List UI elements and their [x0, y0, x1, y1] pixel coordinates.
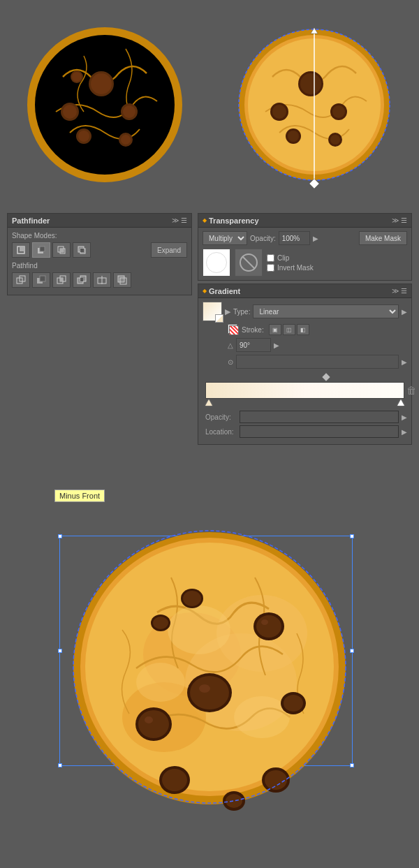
stroke-btn2[interactable]: ◫ — [283, 324, 295, 335]
gradient-bar[interactable]: 🗑 — [205, 382, 404, 399]
opacity-arrow-icon[interactable]: ▶ — [313, 235, 318, 242]
aspect-arrow-icon[interactable]: ▶ — [402, 358, 407, 366]
top-section — [0, 0, 419, 209]
svg-rect-38 — [60, 249, 64, 252]
svg-point-65 — [168, 605, 230, 654]
pathfinder-panel-header: Pathfinder ≫ ☰ — [8, 214, 191, 228]
type-label: Type: — [233, 308, 250, 316]
opacity-input[interactable] — [279, 231, 310, 245]
pf-exclude2-btn[interactable] — [73, 272, 91, 288]
gradient-swatch-small — [215, 314, 223, 323]
gradient-opacity-label: Opacity: — [205, 413, 237, 421]
gradient-title: Gradient — [209, 287, 240, 295]
svg-point-72 — [256, 615, 281, 638]
svg-point-84 — [284, 695, 303, 712]
gradient-body: ▶ Type: Linear ▶ Stroke: ▣ — [198, 298, 411, 444]
invert-mask-checkbox[interactable] — [267, 264, 274, 272]
stroke-btn3[interactable]: ◧ — [297, 324, 309, 335]
double-arrow-icon: ≫ — [172, 216, 179, 224]
gradient-panel: ◆ Gradient ≫ ☰ ▶ Type: — [198, 284, 412, 445]
svg-rect-51 — [80, 278, 83, 281]
pathfinder-body: Shape Modes: Expand — [8, 228, 191, 295]
svg-point-4 — [91, 73, 112, 94]
svg-point-25 — [288, 131, 299, 142]
gradient-delete-icon[interactable]: 🗑 — [406, 385, 416, 396]
clip-label: Clip — [277, 254, 289, 262]
svg-point-21 — [272, 105, 286, 119]
transparency-double-arrow-icon: ≫ — [392, 216, 399, 224]
pf-minus-front-btn[interactable] — [32, 272, 50, 288]
pathfinder-panel-col: Pathfinder ≫ ☰ Shape Modes: — [7, 213, 192, 445]
svg-rect-35 — [40, 247, 45, 251]
pf-trim-btn[interactable] — [113, 272, 131, 288]
blend-mode-dropdown[interactable]: Multiply — [203, 231, 247, 245]
aspect-icon: ⊙ — [228, 358, 233, 366]
pf-unite-btn[interactable] — [12, 272, 30, 288]
stroke-label: Stroke: — [242, 326, 266, 334]
gradient-row4: ⊙ ▶ — [203, 355, 407, 369]
gradient-location-arrow-icon[interactable]: ▶ — [402, 428, 407, 436]
pathfinder-panel: Pathfinder ≫ ☰ Shape Modes: — [7, 213, 192, 295]
transparency-header-icons: ≫ ☰ — [392, 216, 407, 224]
gradient-stop-left[interactable] — [205, 399, 212, 406]
add-btn[interactable] — [12, 242, 30, 258]
gradient-menu-icon: ☰ — [401, 287, 407, 295]
pf-intersect-btn[interactable] — [52, 272, 71, 288]
invert-mask-checkbox-row: Invert Mask — [267, 264, 314, 272]
svg-point-6 — [63, 105, 77, 119]
svg-point-10 — [78, 131, 89, 142]
transparency-menu-icon: ☰ — [401, 216, 407, 224]
bottom-section — [0, 482, 419, 868]
gradient-opacity-arrow-icon[interactable]: ▶ — [402, 413, 407, 421]
angle-arrow-icon[interactable]: ▶ — [274, 341, 279, 349]
clip-checkbox-row: Clip — [267, 254, 314, 262]
gradient-stops-row — [205, 399, 404, 408]
transparency-row1: Multiply Opacity: ▶ Make Mask — [203, 231, 407, 245]
subtract-btn[interactable] — [32, 242, 50, 258]
intersect-btn[interactable] — [52, 242, 71, 258]
type-dropdown-arrow-icon[interactable]: ▶ — [402, 308, 407, 316]
menu-icon: ☰ — [181, 216, 187, 224]
gradient-mid-stop[interactable] — [322, 373, 330, 381]
opacity-row: Opacity: ▶ — [203, 411, 407, 423]
svg-point-67 — [136, 663, 185, 702]
no-mask-icon — [235, 249, 263, 277]
cookie-large-container — [52, 508, 367, 843]
cookie-dark-svg — [21, 21, 189, 189]
gradient-arrow-icon: ▶ — [225, 307, 230, 316]
clip-checkbox[interactable] — [267, 254, 274, 262]
gradient-type-dropdown[interactable]: Linear — [253, 304, 399, 318]
make-mask-button[interactable]: Make Mask — [359, 231, 407, 245]
svg-point-14 — [72, 72, 82, 82]
pf-divide-btn[interactable] — [93, 272, 111, 288]
svg-point-76 — [145, 716, 153, 723]
pathfinder-label-row: Pathfind — [12, 262, 187, 270]
gradient-row3: △ ▶ — [203, 338, 407, 352]
svg-point-88 — [153, 617, 168, 629]
gradient-location-field — [240, 425, 399, 438]
pathfinder-label: Pathfind — [12, 262, 43, 270]
location-row: Location: ▶ — [203, 425, 407, 438]
gradient-mid-stop-row — [205, 373, 404, 381]
stroke-stroke-swatch — [229, 325, 239, 335]
svg-point-12 — [121, 135, 131, 145]
exclude-btn[interactable] — [73, 242, 91, 258]
gradient-opacity-field — [240, 411, 399, 423]
pathfinder-buttons-row — [12, 272, 187, 288]
stroke-btn1[interactable]: ▣ — [269, 324, 281, 335]
svg-point-78 — [162, 769, 187, 791]
shape-modes-row: Expand — [12, 242, 187, 258]
svg-point-86 — [226, 794, 242, 808]
angle-input[interactable] — [236, 338, 271, 352]
gradient-bar-container: 🗑 — [205, 373, 404, 408]
svg-point-27 — [330, 135, 340, 145]
gradient-stop-right[interactable] — [397, 399, 404, 406]
transparency-panel: ◆ Transparency ≫ ☰ Multiply Opacity: ▶ M… — [198, 213, 412, 281]
expand-button[interactable]: Expand — [151, 242, 187, 258]
cookie-large-svg — [52, 508, 367, 843]
gradient-header-icons: ≫ ☰ — [392, 287, 407, 295]
pathfinder-header-icons: ≫ ☰ — [172, 216, 187, 224]
transparency-title: Transparency — [209, 216, 259, 225]
transparency-row2: Clip Invert Mask — [203, 249, 407, 277]
svg-point-69 — [190, 676, 229, 709]
